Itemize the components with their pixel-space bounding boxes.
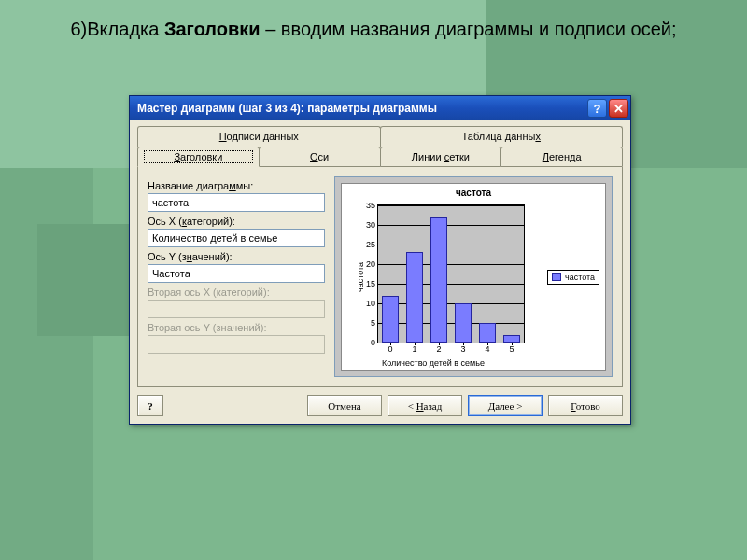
y-tick-label: 0	[371, 338, 375, 347]
tab-titles[interactable]: Заголовки	[137, 147, 260, 167]
next-button[interactable]: Далее >	[468, 395, 543, 416]
x-tick-label: 3	[460, 344, 465, 354]
titlebar[interactable]: Мастер диаграмм (шаг 3 из 4): параметры …	[130, 96, 630, 120]
tabs-row-bottom: Заголовки Оси Линии сетки Легенда	[137, 147, 623, 167]
question-icon: ?	[148, 400, 153, 412]
close-icon: ✕	[613, 102, 624, 116]
window-title: Мастер диаграмм (шаг 3 из 4): параметры …	[137, 102, 585, 115]
x-tick-label: 1	[412, 344, 416, 354]
label-y2-axis: Вторая ось Y (значений):	[148, 322, 325, 333]
chart-preview: частота частота 05101520253035012345 Кол…	[334, 176, 613, 377]
tab-focus-indicator	[144, 150, 253, 163]
bar	[455, 303, 472, 343]
bar	[430, 217, 447, 343]
y-tick-label: 15	[366, 279, 375, 288]
legend-label: частота	[565, 273, 595, 282]
question-icon: ?	[594, 102, 601, 116]
gridline	[378, 205, 524, 206]
y-tick-label: 20	[366, 259, 375, 269]
x-tick-label: 5	[509, 344, 514, 354]
input-y2-axis	[148, 335, 325, 354]
y-tick-label: 10	[366, 299, 375, 308]
back-button[interactable]: < Назад	[388, 395, 462, 416]
y-tick-label: 25	[366, 240, 375, 249]
legend-swatch-icon	[552, 273, 561, 281]
label-x2-axis: Вторая ось X (категорий):	[148, 287, 325, 298]
bar	[382, 296, 399, 343]
help-button[interactable]: ?	[587, 99, 607, 118]
gridline	[378, 303, 524, 304]
y-tick-label: 5	[371, 318, 375, 328]
bar	[503, 335, 520, 343]
chart-preview-ylabel: частота	[356, 261, 365, 291]
finish-button[interactable]: Готово	[548, 395, 623, 416]
tab-data-table[interactable]: Таблица данных	[380, 126, 624, 147]
cancel-button[interactable]: Отмена	[307, 395, 382, 416]
input-y-axis[interactable]	[148, 264, 325, 283]
x-tick-label: 0	[388, 344, 392, 354]
button-row: ? Отмена < Назад Далее > Готово	[137, 395, 623, 416]
slide-text-bold: Заголовки	[164, 19, 261, 39]
tab-gridlines[interactable]: Линии сетки	[380, 147, 502, 167]
tab-data-labels[interactable]: Подписи данных	[137, 126, 381, 147]
x-tick-label: 4	[485, 344, 489, 354]
chart-legend: частота	[547, 270, 599, 285]
input-x-axis[interactable]	[148, 229, 325, 247]
bar	[406, 252, 423, 343]
y-tick-label: 30	[366, 220, 375, 230]
gridline	[378, 245, 524, 245]
chart-preview-xlabel: Количество детей в семье	[342, 358, 525, 368]
y-tick-label: 35	[366, 201, 375, 210]
gridline	[378, 225, 524, 226]
chart-wizard-window: Мастер диаграмм (шаг 3 из 4): параметры …	[129, 95, 631, 425]
gridline	[378, 284, 524, 285]
chart-plot-area: 05101520253035012345	[377, 204, 525, 343]
label-y-axis: Ось Y (значений):	[148, 251, 325, 262]
close-button[interactable]: ✕	[609, 99, 628, 118]
slide-text-suffix: – вводим названия диаграммы и подписи ос…	[261, 19, 677, 39]
tab-legend[interactable]: Легенда	[500, 147, 623, 167]
gridline	[378, 264, 524, 265]
bar	[479, 323, 496, 343]
input-x2-axis	[148, 300, 325, 318]
x-tick-label: 2	[436, 344, 441, 354]
dialog-help-button[interactable]: ?	[137, 395, 163, 416]
slide-instruction: 6)Вкладка Заголовки – вводим названия ди…	[56, 14, 691, 44]
gridline	[378, 343, 524, 343]
titles-panel: Название диаграммы: Ось X (категорий): О…	[137, 167, 623, 387]
fields-column: Название диаграммы: Ось X (категорий): О…	[148, 176, 325, 377]
chart-card: частота частота 05101520253035012345 Кол…	[341, 183, 606, 371]
chart-preview-title: частота	[342, 184, 605, 198]
label-chart-title: Название диаграммы:	[148, 180, 325, 191]
slide-text-prefix: 6)Вкладка	[70, 19, 163, 39]
gridline	[378, 323, 524, 324]
tab-axes[interactable]: Оси	[259, 147, 381, 167]
input-chart-title[interactable]	[148, 193, 325, 212]
label-x-axis: Ось X (категорий):	[148, 216, 325, 227]
client-area: Подписи данных Таблица данных Заголовки …	[130, 120, 630, 424]
tabs-row-top: Подписи данных Таблица данных	[137, 126, 623, 147]
